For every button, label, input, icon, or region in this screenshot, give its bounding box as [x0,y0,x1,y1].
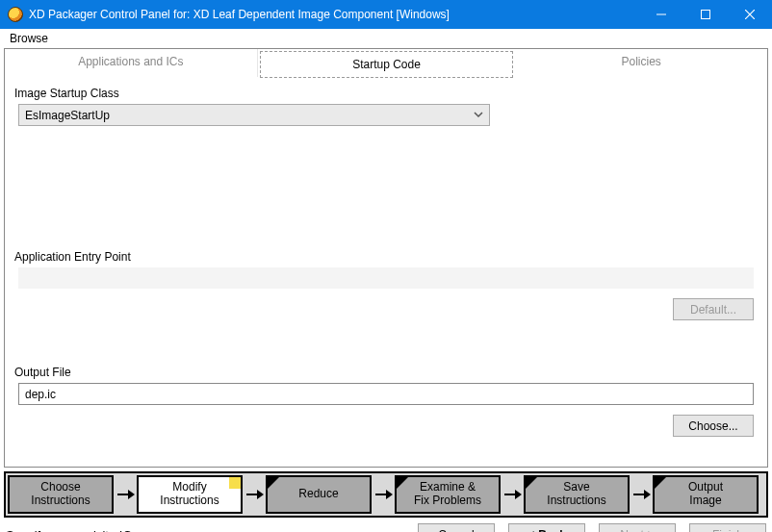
status-hint: Specify prerequisite ICs. [6,528,404,533]
step-choose-instructions[interactable]: ChooseInstructions [8,475,114,514]
svg-marker-5 [128,490,135,499]
menu-bar: Browse [0,29,772,48]
tab-strip: Applications and ICs Startup Code Polici… [4,48,768,77]
chevron-right-icon: > [648,528,655,532]
combo-image-startup-class-value: EsImageStartUp [25,109,110,122]
window-title: XD Packager Control Panel for: XD Leaf D… [29,8,450,21]
group-image-startup-class: Image Startup Class EsImageStartUp [13,83,759,246]
tab-panel-startup: Image Startup Class EsImageStartUp Appli… [4,77,768,468]
group-output-file: Output File Choose... [13,362,759,458]
step-corner-icon [655,477,666,489]
cancel-button[interactable]: Cancel [418,523,495,532]
menu-browse[interactable]: Browse [4,30,54,47]
chevron-down-icon [474,109,483,122]
arrow-icon [630,475,653,514]
next-button: Next> [599,523,676,532]
output-file-input[interactable] [18,383,754,405]
title-bar: XD Packager Control Panel for: XD Leaf D… [0,0,772,29]
svg-marker-7 [257,490,264,499]
maximize-button[interactable] [683,0,728,29]
arrow-icon [501,475,524,514]
finish-button: Finish [689,523,766,532]
default-button: Default... [673,298,754,320]
bottom-bar: Specify prerequisite ICs. Cancel <Back N… [0,518,772,532]
arrow-icon [243,475,266,514]
entry-point-value [18,267,754,289]
svg-rect-1 [702,11,710,19]
app-icon [8,7,23,22]
step-examine-fix[interactable]: Examine &Fix Problems [395,475,501,514]
step-corner-icon [526,477,537,489]
label-output-file: Output File [14,366,759,379]
group-application-entry-point: Application Entry Point Default... [13,246,759,362]
step-badge-icon [229,477,241,489]
step-corner-icon [397,477,408,489]
arrow-icon [114,475,137,514]
step-modify-instructions[interactable]: ModifyInstructions [137,475,243,514]
combo-image-startup-class[interactable]: EsImageStartUp [18,104,490,126]
back-button[interactable]: <Back [508,523,585,532]
step-reduce[interactable]: Reduce [266,475,372,514]
tab-applications[interactable]: Applications and ICs [5,49,258,77]
svg-marker-11 [515,490,522,499]
arrow-icon [372,475,395,514]
label-image-startup-class: Image Startup Class [14,87,759,100]
label-application-entry-point: Application Entry Point [14,250,759,264]
step-save-instructions[interactable]: SaveInstructions [524,475,630,514]
chevron-left-icon: < [528,528,534,532]
wizard-strip: ChooseInstructions ModifyInstructions Re… [4,471,768,518]
close-button[interactable] [728,0,772,29]
svg-marker-9 [386,490,393,499]
tab-policies[interactable]: Policies [515,49,767,77]
choose-button[interactable]: Choose... [673,415,754,437]
svg-marker-13 [644,490,651,499]
tab-startup-code[interactable]: Startup Code [260,51,514,78]
minimize-button[interactable] [639,0,683,29]
step-corner-icon [268,477,279,489]
step-output-image[interactable]: OutputImage [653,475,759,514]
